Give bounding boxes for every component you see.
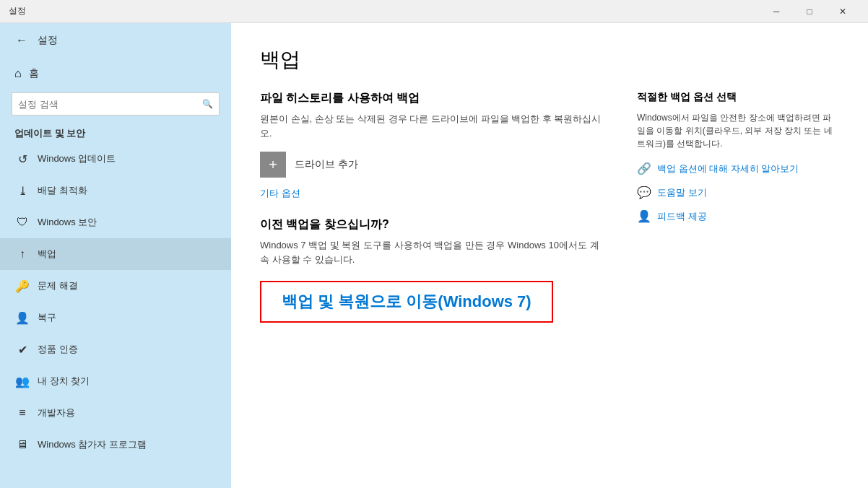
feedback-icon: 👤	[637, 209, 651, 223]
activation-icon: ✔	[14, 343, 30, 357]
file-history-desc: 원본이 손실, 손상 또는 삭제된 경우 다른 드라이브에 파일을 백업한 후 …	[260, 112, 608, 140]
app-body: ← 설정 ⌂ 홈 🔍 업데이트 및 보안 ↺ Windows 업데이트 ⤓ 배달…	[0, 23, 868, 488]
sidebar-item-label: 배달 최적화	[38, 184, 87, 197]
find-device-icon: 👥	[14, 375, 30, 388]
sidebar-app-title: 설정	[38, 34, 58, 47]
side-panel-desc: Windows에서 파일을 안전한 장소에 백업하려면 파일을 이동할 위치(클…	[637, 111, 839, 150]
shield-icon: 🛡	[14, 216, 30, 229]
content-area: 백업 파일 히스토리를 사용하여 백업 원본이 손실, 손상 또는 삭제된 경우…	[231, 23, 868, 488]
sidebar-item-windows-update[interactable]: ↺ Windows 업데이트	[0, 143, 231, 175]
add-icon: +	[260, 152, 286, 178]
home-icon: ⌂	[14, 67, 22, 80]
sidebar-item-activation[interactable]: ✔ 정품 인증	[0, 334, 231, 365]
back-button[interactable]: ←	[12, 30, 32, 51]
content-side: 적절한 백업 옵션 선택 Windows에서 파일을 안전한 장소에 백업하려면…	[637, 91, 839, 323]
sidebar: ← 설정 ⌂ 홈 🔍 업데이트 및 보안 ↺ Windows 업데이트 ⤓ 배달…	[0, 23, 231, 488]
sidebar-item-label: 복구	[38, 311, 56, 324]
feedback-link[interactable]: 👤 피드백 제공	[637, 209, 839, 223]
insider-icon: 🖥	[14, 438, 30, 451]
side-panel-title: 적절한 백업 옵션 선택	[637, 91, 839, 104]
search-icon: 🔍	[202, 99, 213, 109]
backup-icon: ↑	[14, 248, 30, 261]
learn-more-icon: 🔗	[637, 162, 651, 175]
get-help-label: 도움말 보기	[657, 186, 707, 199]
sidebar-item-label: Windows 업데이트	[38, 152, 116, 165]
sidebar-item-label: Windows 참가자 프로그램	[38, 438, 147, 451]
add-drive-button[interactable]: + 드라이브 추가	[260, 152, 608, 178]
prev-backup-title: 이전 백업을 찾으십니까?	[260, 217, 608, 232]
other-options-link[interactable]: 기타 옵션	[260, 187, 300, 200]
get-help-link[interactable]: 💬 도움말 보기	[637, 186, 839, 199]
sidebar-item-home[interactable]: ⌂ 홈	[0, 58, 231, 90]
sidebar-nav-top: ← 설정	[0, 23, 231, 58]
content-main: 파일 히스토리를 사용하여 백업 원본이 손실, 손상 또는 삭제된 경우 다른…	[260, 91, 608, 323]
sidebar-item-recovery[interactable]: 👤 복구	[0, 302, 231, 334]
titlebar-controls: ─ □ ✕	[760, 0, 859, 23]
file-history-section: 파일 히스토리를 사용하여 백업 원본이 손실, 손상 또는 삭제된 경우 다른…	[260, 91, 608, 217]
sidebar-item-find-device[interactable]: 👥 내 장치 찾기	[0, 365, 231, 397]
add-drive-label: 드라이브 추가	[295, 158, 358, 171]
close-button[interactable]: ✕	[826, 0, 859, 23]
maximize-button[interactable]: □	[793, 0, 826, 23]
troubleshoot-icon: 🔑	[14, 279, 30, 293]
page-title: 백업	[260, 46, 839, 74]
feedback-label: 피드백 제공	[657, 210, 707, 223]
sidebar-item-label: 내 장치 찾기	[38, 375, 90, 388]
prev-backup-desc: Windows 7 백업 및 복원 도구를 사용하여 백업을 만든 경우 Win…	[260, 238, 608, 266]
sidebar-item-delivery-optimization[interactable]: ⤓ 배달 최적화	[0, 175, 231, 206]
home-label: 홈	[29, 67, 39, 80]
sidebar-item-insider[interactable]: 🖥 Windows 참가자 프로그램	[0, 429, 231, 461]
sidebar-item-backup[interactable]: ↑ 백업	[0, 238, 231, 270]
sidebar-item-label: 정품 인증	[38, 343, 78, 356]
titlebar-title: 설정	[9, 5, 760, 17]
section-header: 업데이트 및 보안	[0, 121, 231, 143]
delivery-icon: ⤓	[14, 184, 30, 198]
prev-backup-section: 이전 백업을 찾으십니까? Windows 7 백업 및 복원 도구를 사용하여…	[260, 217, 608, 323]
sidebar-item-windows-security[interactable]: 🛡 Windows 보안	[0, 206, 231, 238]
sidebar-item-label: Windows 보안	[38, 216, 97, 229]
get-help-icon: 💬	[637, 186, 651, 199]
minimize-button[interactable]: ─	[760, 0, 793, 23]
sidebar-item-label: 백업	[38, 248, 56, 261]
sidebar-item-troubleshoot[interactable]: 🔑 문제 해결	[0, 270, 231, 302]
sidebar-item-label: 문제 해결	[38, 279, 78, 292]
update-icon: ↺	[14, 152, 30, 166]
learn-more-link[interactable]: 🔗 백업 옵션에 대해 자세히 알아보기	[637, 162, 839, 175]
learn-more-label: 백업 옵션에 대해 자세히 알아보기	[657, 162, 799, 175]
developer-icon: ≡	[14, 406, 30, 419]
titlebar: 설정 ─ □ ✕	[0, 0, 868, 23]
backup-restore-button[interactable]: 백업 및 복원으로 이동(Windows 7)	[260, 281, 553, 323]
search-input[interactable]	[18, 99, 202, 110]
sidebar-item-developer[interactable]: ≡ 개발자용	[0, 397, 231, 429]
recovery-icon: 👤	[14, 311, 30, 325]
content-columns: 파일 히스토리를 사용하여 백업 원본이 손실, 손상 또는 삭제된 경우 다른…	[260, 91, 839, 323]
sidebar-item-label: 개발자용	[38, 406, 75, 419]
search-box: 🔍	[12, 92, 220, 116]
file-history-title: 파일 히스토리를 사용하여 백업	[260, 91, 608, 106]
